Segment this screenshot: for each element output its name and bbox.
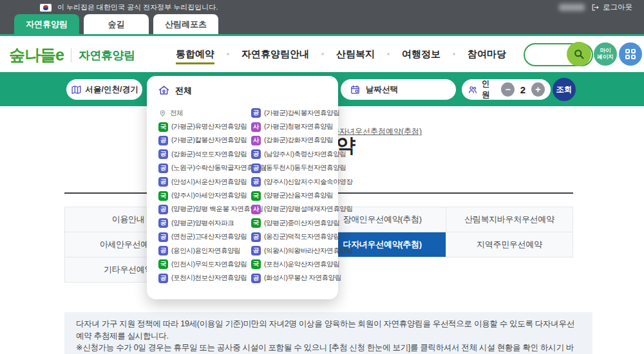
facility-option[interactable]: 공 (양주시)신암저수지숲속야영장 [251, 175, 353, 189]
facility-option-label: (가평군)청평자연휴양림 [264, 122, 333, 131]
facility-option[interactable]: 사 (양평군)양평설매재자연휴양림 [251, 203, 353, 216]
logo-text: 숲나들e [9, 44, 64, 66]
menu-cell-local-resident-priority[interactable]: 지역주민우선예약 [446, 232, 573, 257]
nav-item-forest-welfare[interactable]: 산림복지 [323, 48, 388, 61]
facility-option[interactable]: 국 (양평군)산음자연휴양림 [251, 189, 353, 202]
facility-option[interactable]: 공 (화성시)무봉산 자연휴양림 [251, 272, 353, 285]
facility-option[interactable]: 공 (양평군)양평 백운봉 자연휴양림 [158, 203, 267, 216]
facility-option[interactable]: 사 (가평군)청평자연휴양림 [251, 120, 353, 133]
facility-option-label: (양주시)아세안자연휴양림 [171, 191, 247, 200]
nav-item-travel-info[interactable]: 여행정보 [388, 48, 454, 61]
facility-type-badge: 국 [251, 191, 261, 201]
inquiry-button[interactable]: 조회 [553, 78, 576, 101]
facility-option[interactable]: 공 (의왕시)의왕바라산자연휴양림 [251, 244, 353, 257]
facility-option[interactable]: 공 (가평군)칼봉산자연휴양림 [158, 134, 267, 147]
tab-forest-trail[interactable]: 숲길 [84, 14, 149, 34]
nav-item-participation[interactable]: 참여마당 [454, 48, 520, 61]
facility-option[interactable]: 공 (노원구)수락산동막골자연휴양림 [158, 162, 267, 175]
korea-flag-icon [40, 4, 52, 12]
search-submit-button[interactable] [567, 42, 591, 66]
facility-option-label: (양주시)신암저수지숲속야영장 [264, 178, 353, 187]
facility-option[interactable]: 공 (용인시)용인자연휴양림 [158, 244, 267, 257]
facility-select[interactable]: 전체 [158, 84, 192, 97]
people-count: 2 [518, 84, 527, 95]
people-plus-button[interactable]: + [531, 82, 545, 97]
main-nav: 통합예약 자연휴양림안내 산림복지 여행정보 참여마당 [162, 36, 520, 72]
facility-option[interactable]: 사 (강화군)강화자연휴양림 [251, 134, 353, 147]
multichild-info-box: 다자녀 가구 지원 정책에 따라 19세(이용일 기준)미만의 자녀2명 이상을… [64, 312, 592, 354]
service-name: 자연휴양림 [79, 48, 135, 63]
facility-option[interactable]: 공 (동두천시)동두천자연휴양림 [251, 162, 353, 175]
search-icon [573, 48, 585, 61]
facility-option-label: (안성시)서운산자연휴양림 [171, 178, 247, 187]
people-stepper: 인원 − 2 + [462, 79, 551, 100]
facility-option-label: (인천시)무의도자연휴양림 [171, 260, 247, 269]
facility-type-badge: 공 [158, 136, 168, 145]
gov-top-strip: 이 누리집은 대한민국 공식 전자정부 누리집입니다. 로그아웃 자연휴양림 숲… [0, 0, 644, 34]
empty-cell [446, 257, 573, 283]
facility-option[interactable]: 공 (옹진군)덕적도자연휴양림 [251, 230, 353, 244]
info-line-1: 다자녀 가구 지원 정책에 따라 19세(이용일 기준)미만의 자녀2명 이상을… [76, 318, 581, 342]
facility-option[interactable]: 공 (포천시)천보산자연휴양림 [158, 272, 267, 285]
facility-type-badge: 국 [158, 191, 168, 201]
facility-option-label: (양평군)산음자연휴양림 [264, 191, 333, 200]
facility-type-badge: 국 [251, 218, 261, 228]
facility-option[interactable]: 공 (연천군)고대산자연휴양림 [158, 230, 267, 244]
facility-type-badge: 공 [251, 246, 261, 256]
facility-type-badge: 공 [251, 177, 261, 187]
facility-type-badge: 공 [158, 205, 168, 214]
facility-type-badge: 공 [158, 163, 168, 173]
tab-forest-leports[interactable]: 산림레포츠 [153, 14, 218, 34]
facility-option-label: (강화군)석모도자연휴양림 [171, 150, 247, 159]
nav-item-integrated-booking[interactable]: 통합예약 [162, 48, 228, 61]
region-select[interactable]: 서울/인천/경기 [66, 79, 142, 100]
facility-option-label: (가평군)강씨봉자연휴양림 [264, 109, 339, 118]
facility-option-label: (옹진군)덕적도자연휴양림 [264, 232, 339, 241]
facility-type-badge: 공 [158, 274, 168, 283]
facility-type-badge: 국 [251, 259, 261, 269]
facility-option[interactable]: 공 (강화군)석모도자연휴양림 [158, 147, 267, 161]
mypage-button[interactable]: 마이 페이지 [594, 42, 617, 66]
facility-option[interactable]: 공 (남양주시)축령산자연휴양림 [251, 147, 353, 161]
facility-option[interactable]: 국 (양주시)아세안자연휴양림 [158, 189, 267, 202]
facility-type-badge: 공 [158, 149, 168, 159]
facility-selected-label: 전체 [175, 85, 192, 97]
facility-option[interactable]: 국 (가평군)유명산자연휴양림 [158, 120, 267, 133]
facility-type-badge: 국 [158, 122, 168, 132]
facility-type-badge: 공 [158, 232, 168, 242]
facility-option[interactable]: 국 (포천시)운악산자연휴양림 [251, 257, 353, 271]
facility-type-badge: 공 [251, 108, 261, 118]
facility-type-badge: 공 [251, 274, 261, 283]
people-minus-button[interactable]: − [501, 82, 515, 97]
main-header: 숲나들e 자연휴양림 통합예약 자연휴양림안내 산림복지 여행정보 참여마당 마… [0, 36, 644, 72]
facility-type-badge: 공 [251, 232, 261, 242]
date-label: 날짜선택 [366, 84, 398, 95]
facility-option[interactable]: 국 (양평군)중미산자연휴양림 [251, 216, 353, 230]
logout-label: 로그아웃 [603, 3, 632, 12]
logout-button[interactable]: 로그아웃 [591, 3, 632, 12]
logout-icon [591, 3, 600, 12]
all-menu-button[interactable] [619, 42, 642, 66]
site-logo[interactable]: 숲나들e 자연휴양림 [9, 44, 135, 66]
tab-recreation-forest[interactable]: 자연휴양림 [14, 14, 79, 34]
people-icon [468, 84, 478, 95]
calendar-icon [350, 84, 361, 95]
facility-option[interactable]: 국 (인천시)무의도자연휴양림 [158, 257, 267, 271]
nav-item-forest-guide[interactable]: 자연휴양림안내 [228, 48, 323, 61]
facility-type-badge: 공 [251, 163, 261, 173]
facility-option-label: (가평군)유명산자연휴양림 [171, 122, 247, 131]
facility-type-badge: 국 [158, 259, 168, 269]
location-pin-icon [158, 109, 167, 117]
facility-type-badge: 사 [251, 122, 261, 132]
facility-option-all[interactable]: 전체 [158, 106, 267, 120]
menu-cell-voucher-priority[interactable]: 산림복지바우처우선예약 [446, 207, 573, 232]
date-select[interactable]: 날짜선택 [341, 79, 456, 100]
facility-option-label: (양평군)양평쉬자파크 [171, 219, 234, 228]
facility-option-label: (화성시)무봉산 자연휴양림 [264, 274, 341, 283]
facility-type-badge: 공 [158, 177, 168, 187]
facility-option[interactable]: 공 (양평군)양평쉬자파크 [158, 216, 267, 230]
facility-option-label: (강화군)강화자연휴양림 [264, 136, 333, 145]
facility-option[interactable]: 공 (안성시)서운산자연휴양림 [158, 175, 267, 189]
facility-option[interactable]: 공 (가평군)강씨봉자연휴양림 [251, 106, 353, 120]
facility-dropdown-panel: 전체 전체 국 (가평군)유명산자연휴양림 공 ( [147, 76, 338, 299]
